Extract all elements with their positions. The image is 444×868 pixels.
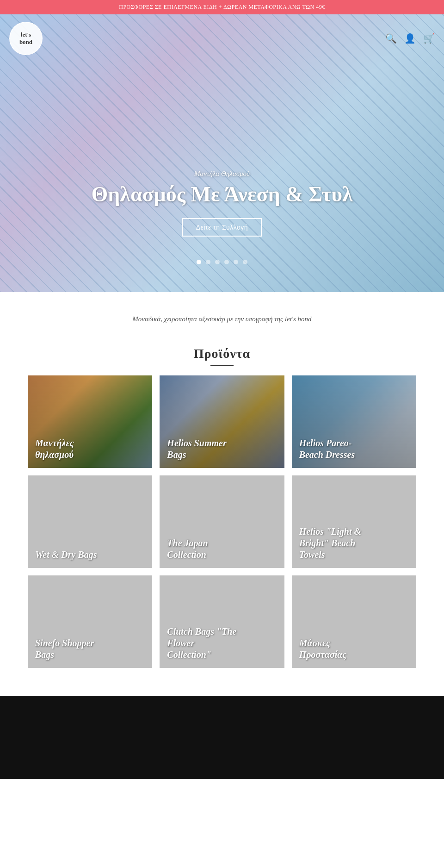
product-card-3[interactable]: Helios Pareo-Beach Dresses [292, 375, 416, 468]
product-card-bg-1: Μαντήλεςθηλασμού [28, 375, 152, 468]
hero-overlay [0, 14, 444, 292]
product-card-1[interactable]: Μαντήλεςθηλασμού [28, 375, 152, 468]
product-card-7[interactable]: Sinefo ShopperBags [28, 575, 152, 668]
product-card-bg-2: Helios SummerBags [160, 375, 284, 468]
product-label-5: The JapanCollection [167, 537, 208, 561]
product-card-8[interactable]: Clutch Bags "TheFlowerCollection" [160, 575, 284, 668]
dot-1[interactable] [197, 260, 201, 264]
product-card-bg-3: Helios Pareo-Beach Dresses [292, 375, 416, 468]
product-label-9: ΜάσκεςΠροστασίας [299, 637, 347, 661]
search-icon[interactable]: 🔍 [385, 33, 397, 44]
account-icon[interactable]: 👤 [404, 33, 416, 44]
announcement-bar: ΠΡΟΣΦΟΡΕΣ ΣΕ ΕΠΙΛΕΓΜΕΝΑ ΕΙΔΗ + ΔΩΡΕΑΝ ΜΕ… [0, 0, 444, 14]
product-label-3: Helios Pareo-Beach Dresses [299, 437, 355, 461]
section-title: Προϊόντα [28, 346, 416, 361]
product-label-1: Μαντήλεςθηλασμού [35, 437, 74, 461]
dot-5[interactable] [234, 260, 238, 264]
product-card-bg-7: Sinefo ShopperBags [28, 575, 152, 668]
hero-subtitle: Μαντήλα Θηλασμού [91, 170, 352, 178]
tagline-section: Μοναδικά, χειροποίητα αξεσουάρ με την υπ… [0, 292, 444, 332]
product-card-4[interactable]: Wet & Dry Bags [28, 475, 152, 568]
logo-text: let'sbond [19, 31, 32, 45]
section-underline [210, 365, 234, 366]
product-label-6: Helios "Light &Bright" BeachTowels [299, 526, 361, 561]
dot-4[interactable] [224, 260, 229, 264]
product-card-bg-5: The JapanCollection [160, 475, 284, 568]
hero-content: Μαντήλα Θηλασμού Θηλασμός Με Άνεση & Στυ… [91, 170, 352, 237]
product-card-bg-6: Helios "Light &Bright" BeachTowels [292, 475, 416, 568]
product-label-7: Sinefo ShopperBags [35, 637, 94, 661]
tagline-text: Μοναδικά, χειροποίητα αξεσουάρ με την υπ… [9, 315, 435, 323]
products-grid: Μαντήλεςθηλασμού Helios SummerBags Helio… [28, 375, 416, 668]
hero-background [0, 14, 444, 292]
product-label-4: Wet & Dry Bags [35, 549, 97, 561]
hero-cta-button[interactable]: Δείτε τη Συλλογή [182, 218, 262, 237]
product-card-2[interactable]: Helios SummerBags [160, 375, 284, 468]
product-card-bg-4: Wet & Dry Bags [28, 475, 152, 568]
product-card-5[interactable]: The JapanCollection [160, 475, 284, 568]
site-header: let'sbond 🔍 👤 🛒 [0, 22, 444, 55]
section-header: Προϊόντα [28, 346, 416, 366]
product-label-8: Clutch Bags "TheFlowerCollection" [167, 626, 236, 661]
hero-title: Θηλασμός Με Άνεση & Στυλ [91, 182, 352, 207]
dot-2[interactable] [206, 260, 210, 264]
product-card-bg-9: ΜάσκεςΠροστασίας [292, 575, 416, 668]
hero-section: let'sbond 🔍 👤 🛒 Μαντήλα Θηλασμού Θηλασμό… [0, 14, 444, 292]
hero-pagination [197, 260, 247, 264]
product-card-bg-8: Clutch Bags "TheFlowerCollection" [160, 575, 284, 668]
black-section [0, 696, 444, 779]
product-card-6[interactable]: Helios "Light &Bright" BeachTowels [292, 475, 416, 568]
announcement-text: ΠΡΟΣΦΟΡΕΣ ΣΕ ΕΠΙΛΕΓΜΕΝΑ ΕΙΔΗ + ΔΩΡΕΑΝ ΜΕ… [119, 4, 325, 10]
product-label-2: Helios SummerBags [167, 437, 226, 461]
nav-icons: 🔍 👤 🛒 [385, 33, 435, 44]
dot-6[interactable] [243, 260, 247, 264]
products-section: Προϊόντα Μαντήλεςθηλασμού Helios SummerB… [0, 332, 444, 687]
cart-icon[interactable]: 🛒 [423, 33, 435, 44]
site-logo[interactable]: let'sbond [9, 22, 43, 55]
product-card-9[interactable]: ΜάσκεςΠροστασίας [292, 575, 416, 668]
dot-3[interactable] [215, 260, 220, 264]
